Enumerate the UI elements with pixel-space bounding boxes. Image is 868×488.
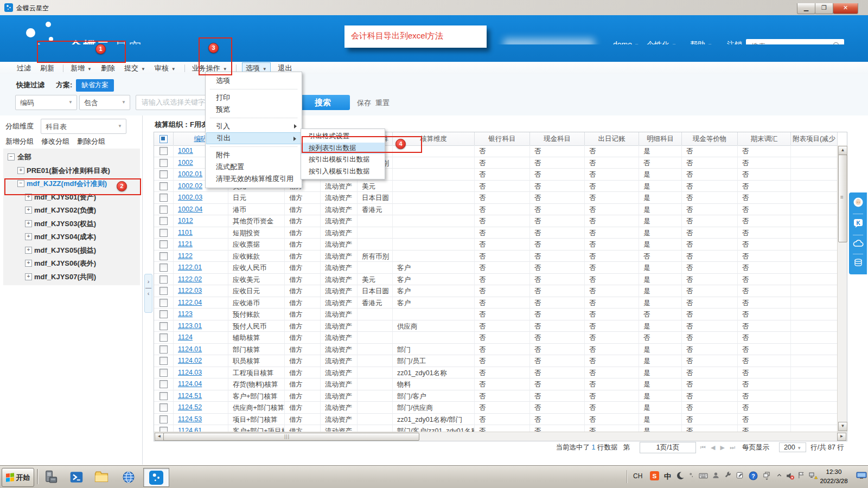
- row-checkbox[interactable]: [159, 357, 168, 365]
- toolbar-filter-button[interactable]: 过滤: [15, 63, 33, 74]
- ime-chinese-icon[interactable]: 中: [664, 472, 671, 481]
- account-code-link[interactable]: 1124.52: [178, 403, 202, 411]
- row-checkbox[interactable]: [159, 415, 168, 423]
- account-code-link[interactable]: 1121: [178, 240, 193, 248]
- close-button[interactable]: ✕: [833, 3, 858, 14]
- account-code-link[interactable]: 1002: [178, 159, 193, 166]
- tree-item[interactable]: +mdf_KJYS03(权益): [3, 219, 140, 232]
- group-dimension-select[interactable]: 科目表▼: [41, 119, 126, 134]
- start-button[interactable]: 开始: [2, 468, 34, 487]
- account-code-link[interactable]: 1002.04: [178, 206, 202, 213]
- row-checkbox[interactable]: [159, 217, 168, 225]
- row-checkbox[interactable]: [159, 240, 168, 248]
- table-row[interactable]: 1122.03应收日元借方流动资产日本日圆客户否否否是否否: [154, 285, 838, 297]
- scroll-right-icon[interactable]: ►: [837, 433, 846, 441]
- toolbar-audit-button[interactable]: 审核▼: [153, 63, 177, 74]
- row-checkbox[interactable]: [159, 369, 168, 377]
- scroll-down-icon[interactable]: ▼: [838, 422, 847, 431]
- table-row[interactable]: 1101短期投资借方流动资产否否否是否否: [154, 227, 838, 239]
- powershell-icon[interactable]: [67, 468, 86, 486]
- collapse-icon[interactable]: −: [17, 180, 24, 187]
- table-row[interactable]: 1124.04存货(物料)核算借方流动资产物料否否否是否否: [154, 378, 838, 390]
- column-header-sel[interactable]: [154, 132, 174, 145]
- table-row[interactable]: 1121应收票据借方流动资产否否否是否否: [154, 239, 838, 251]
- volume-muted-icon[interactable]: [786, 471, 795, 481]
- group-button-1[interactable]: 修改分组: [41, 137, 69, 145]
- column-header-appendix[interactable]: 附表项目(减少: [791, 132, 838, 145]
- row-checkbox[interactable]: [159, 380, 168, 388]
- menu-item[interactable]: 清理无效的核算维度引用: [206, 173, 301, 185]
- menu-item[interactable]: 选项: [206, 75, 301, 87]
- table-row[interactable]: 1122.01应收人民币借方流动资产客户否否否是否否: [154, 262, 838, 274]
- table-row[interactable]: 1123预付账款借方流动资产否否否否否否: [154, 309, 838, 320]
- account-code-link[interactable]: 1124.61: [178, 427, 202, 432]
- submenu-item[interactable]: 引出格式设置: [301, 131, 385, 143]
- tree-item[interactable]: +mdf_KJYS04(成本): [3, 232, 140, 245]
- row-checkbox[interactable]: [159, 322, 168, 330]
- tree-item[interactable]: +PRE01(新会计准则科目表): [3, 165, 140, 178]
- chevron-up-icon[interactable]: [776, 471, 786, 481]
- row-checkbox[interactable]: [159, 170, 168, 178]
- internet-browser-icon[interactable]: [119, 468, 138, 486]
- menu-item[interactable]: 预览: [206, 104, 301, 115]
- file-explorer-icon[interactable]: [92, 468, 111, 486]
- user-icon[interactable]: [712, 471, 722, 481]
- table-row[interactable]: 1122应收账款借方流动资产所有币别否否否否否否: [154, 251, 838, 262]
- window-restore-icon[interactable]: [763, 471, 773, 481]
- account-code-link[interactable]: 1124.04: [178, 380, 202, 388]
- account-code-link[interactable]: 1001: [178, 147, 193, 155]
- sidebar-collapse-handle[interactable]: ›—‹: [144, 274, 152, 313]
- row-checkbox[interactable]: [159, 333, 168, 342]
- tree-item[interactable]: +mdf_KJYS06(表外): [3, 258, 140, 271]
- menu-item[interactable]: 打印: [206, 92, 301, 104]
- flag-icon[interactable]: [797, 471, 807, 481]
- table-row[interactable]: 1122.02应收美元借方流动资产美元客户否否否是否否: [154, 274, 838, 286]
- kingdee-client-icon[interactable]: [143, 468, 169, 487]
- restore-button[interactable]: ❐: [815, 3, 833, 14]
- page-number-input[interactable]: 1页/1页: [640, 442, 696, 453]
- table-row[interactable]: 1122.04应收港币借方流动资产香港元客户否否否是否否: [154, 297, 838, 309]
- row-checkbox[interactable]: [159, 147, 168, 155]
- collapse-icon[interactable]: −: [8, 153, 15, 160]
- row-checkbox[interactable]: [159, 310, 168, 318]
- expand-icon[interactable]: +: [25, 273, 32, 280]
- table-row[interactable]: 1124.51客户+部门核算借方流动资产部门/客户否否否是否否: [154, 390, 838, 402]
- submenu-item[interactable]: 按引出模板引出数据: [301, 154, 385, 166]
- table-row[interactable]: 1002.04港币借方流动资产香港元否否否是否否: [154, 204, 838, 216]
- help-icon[interactable]: ?: [749, 471, 758, 481]
- expand-icon[interactable]: +: [17, 167, 24, 174]
- account-code-link[interactable]: 1124.02: [178, 357, 202, 364]
- ime-dots-icon[interactable]: [688, 471, 698, 481]
- horizontal-scroll-thumb[interactable]: [163, 433, 419, 441]
- kingdee-chat-icon[interactable]: K: [853, 218, 864, 231]
- account-code-link[interactable]: 1124.03: [178, 369, 202, 376]
- per-page-select[interactable]: 200 ▼: [779, 442, 806, 452]
- row-checkbox[interactable]: [159, 403, 168, 412]
- filter-field-select[interactable]: 编码▼: [15, 95, 77, 110]
- night-mode-icon[interactable]: [676, 471, 686, 481]
- column-header-equiv[interactable]: 现金等价物: [682, 132, 738, 145]
- expand-icon[interactable]: +: [25, 260, 32, 267]
- scroll-up-icon[interactable]: ▲: [838, 146, 847, 155]
- tree-item[interactable]: +mdf_KJYS05(损益): [3, 245, 140, 258]
- scheme-chip[interactable]: 缺省方案: [76, 79, 114, 92]
- cloud-sync-icon[interactable]: [852, 239, 864, 250]
- vertical-scrollbar[interactable]: ▲ ▼: [837, 145, 847, 432]
- show-desktop-icon[interactable]: [856, 471, 867, 481]
- account-code-link[interactable]: 1122.02: [178, 275, 202, 283]
- notes-icon[interactable]: [736, 471, 745, 481]
- table-row[interactable]: 1124.61客户+部门+项目核借方流动资产部门/客户/zz01_zdy01名称…: [154, 425, 838, 432]
- account-code-link[interactable]: 1124.01: [178, 345, 202, 353]
- tree-item[interactable]: +mdf_KJYS07(共同): [3, 272, 140, 285]
- row-checkbox[interactable]: [159, 275, 168, 284]
- pager-nav-icons[interactable]: ⏮ ◀ ▶ ⏭: [700, 444, 737, 451]
- table-row[interactable]: 1124辅助核算借方流动资产否否否否否否: [154, 332, 838, 344]
- table-row[interactable]: 1012其他货币资金借方流动资产否否否是否否: [154, 215, 838, 227]
- expand-icon[interactable]: +: [25, 207, 32, 214]
- table-row[interactable]: 1124.03工程项目核算借方流动资产zz01_zdy01名称否否否是否否: [154, 367, 838, 379]
- table-row[interactable]: 1124.52供应商+部门核算借方流动资产部门/供应商否否否是否否: [154, 402, 838, 414]
- account-code-link[interactable]: 1122: [178, 252, 193, 260]
- expand-icon[interactable]: +: [25, 220, 32, 227]
- row-checkbox[interactable]: [159, 264, 168, 272]
- tree-item[interactable]: −全部: [3, 152, 140, 165]
